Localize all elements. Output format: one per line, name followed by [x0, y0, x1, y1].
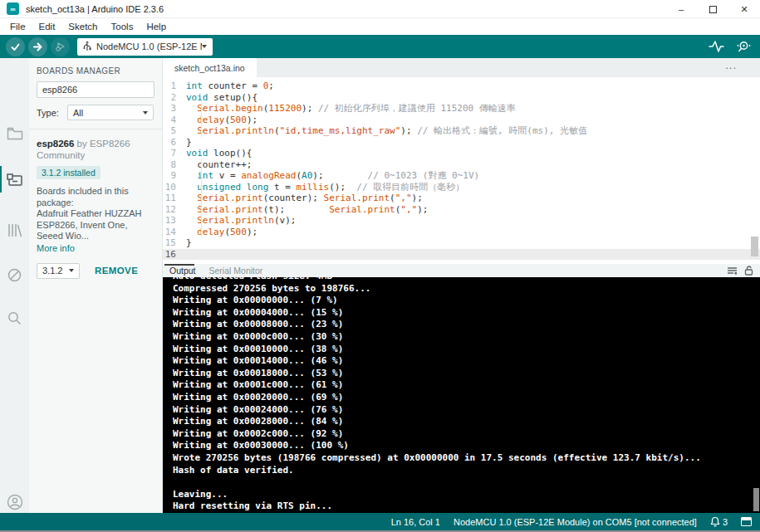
editor-scrollbar[interactable] — [751, 237, 758, 256]
more-info-link[interactable]: More info — [37, 243, 154, 253]
code-line-3[interactable]: 3 Serial.begin(115200); // 初始化序列埠，建議使用 1… — [163, 103, 760, 115]
close-button[interactable]: ✕ — [728, 0, 760, 18]
code-line-9[interactable]: 9 int v = analogRead(A0); // 0~1023 (對應 … — [163, 170, 760, 182]
menu-tools[interactable]: Tools — [105, 20, 140, 33]
board-icon — [7, 173, 23, 187]
code-line-6[interactable]: 6} — [163, 137, 760, 149]
board-description: Boards included in this package: Adafrui… — [37, 186, 154, 242]
sidebar-item-library-manager[interactable] — [0, 217, 29, 242]
sidebar-item-boards-manager[interactable] — [0, 168, 29, 193]
account-icon — [7, 494, 23, 510]
folder-icon — [7, 127, 23, 140]
code-line-15[interactable]: 15} — [163, 237, 760, 249]
notification-count: 3 — [723, 517, 728, 527]
output-console[interactable]: Auto-detected Flash size: 4MB Compressed… — [163, 277, 760, 513]
indent-guide — [201, 103, 202, 137]
maximize-button[interactable] — [697, 0, 728, 18]
board-selector-dropdown[interactable]: NodeMCU 1.0 (ESP-12E M... — [77, 38, 213, 56]
menu-help[interactable]: Help — [140, 20, 173, 33]
chevron-down-icon — [202, 45, 207, 48]
code-line-12[interactable]: 12 Serial.print(t); Serial.print(","); — [163, 204, 760, 216]
board-card-title: esp8266 by ESP8266Community — [37, 138, 154, 161]
type-dropdown[interactable]: All — [67, 105, 154, 120]
panel-title: BOARDS MANAGER — [37, 66, 162, 76]
code-line-4[interactable]: 4 delay(500); — [163, 115, 760, 126]
board-author-2: Community — [37, 150, 85, 160]
search-icon — [7, 311, 22, 325]
board-description-line: Boards included in this package: — [37, 186, 154, 208]
autoscroll-lock-icon[interactable] — [744, 266, 753, 276]
tab-sketch[interactable]: sketch_oct13a.ino — [163, 58, 257, 77]
menu-edit[interactable]: Edit — [32, 20, 62, 33]
code-line-14[interactable]: 14 delay(500); — [163, 227, 760, 238]
upload-button[interactable] — [28, 37, 47, 56]
verify-button[interactable] — [6, 37, 25, 56]
serial-plotter-icon[interactable] — [709, 40, 724, 53]
editor-overflow-menu[interactable]: ... — [725, 59, 737, 71]
cursor-position[interactable]: Ln 16, Col 1 — [391, 517, 440, 527]
sidebar-item-debug[interactable] — [0, 262, 29, 287]
boards-search-input[interactable] — [37, 81, 154, 98]
version-dropdown[interactable]: 3.1.2 — [37, 263, 80, 279]
board-card-esp8266: esp8266 by ESP8266Community 3.1.2 instal… — [29, 129, 162, 279]
window-title: sketch_oct13a | Arduino IDE 2.3.6 — [26, 4, 164, 14]
code-line-1[interactable]: 1int counter = 0; — [163, 81, 760, 92]
menu-sketch[interactable]: Sketch — [61, 20, 104, 33]
code-line-8[interactable]: 8 counter++; — [163, 159, 760, 171]
circle-slash-icon — [7, 268, 22, 282]
chevron-down-icon — [143, 111, 148, 115]
chevron-down-icon — [69, 269, 74, 272]
output-panel-header: Output Serial Monitor — [163, 264, 760, 277]
code-line-10[interactable]: 10 unsigned long t = millis(); // 取得目前時間… — [163, 182, 760, 193]
code-line-5[interactable]: 5 Serial.println("id,time_ms,light_raw")… — [163, 125, 760, 137]
code-area[interactable]: 1int counter = 0;2void setup(){3 Serial.… — [163, 77, 760, 264]
maximize-icon — [709, 6, 717, 13]
panel-toggle-icon[interactable] — [741, 517, 752, 526]
usb-icon — [83, 41, 91, 52]
arrow-right-icon — [32, 41, 43, 52]
sidebar-item-search[interactable] — [0, 305, 29, 330]
sidebar-item-sketchbook[interactable] — [0, 121, 29, 146]
tab-serial-monitor[interactable]: Serial Monitor — [203, 264, 270, 277]
code-editor: sketch_oct13a.ino ... 1int counter = 0;2… — [163, 58, 760, 264]
board-description-line: ESP8266, Invent One, Seeed Wio... — [37, 220, 154, 242]
console-text: Auto-detected Flash size: 4MB Compressed… — [163, 277, 760, 513]
code-line-11[interactable]: 11 Serial.print(counter); Serial.print("… — [163, 193, 760, 204]
board-name: esp8266 — [37, 139, 74, 149]
version-dropdown-value: 3.1.2 — [42, 266, 62, 276]
menu-bar: File Edit Sketch Tools Help — [0, 18, 760, 35]
bell-icon — [710, 516, 720, 527]
minimize-button[interactable]: – — [665, 0, 697, 18]
arduino-ide-window: ∞ sketch_oct13a | Arduino IDE 2.3.6 – ✕ … — [0, 0, 760, 532]
remove-button[interactable]: REMOVE — [95, 266, 138, 276]
type-dropdown-value: All — [73, 108, 83, 118]
code-line-13[interactable]: 13 Serial.println(v); — [163, 215, 760, 227]
board-author: by ESP8266 — [74, 139, 130, 149]
arduino-logo-icon: ∞ — [7, 2, 19, 15]
indent-guide — [201, 159, 202, 238]
notifications-button[interactable]: 3 — [710, 516, 728, 527]
tab-output[interactable]: Output — [163, 264, 203, 277]
title-bar: ∞ sketch_oct13a | Arduino IDE 2.3.6 – ✕ — [0, 0, 760, 18]
check-icon — [10, 41, 21, 52]
sidebar-item-account[interactable] — [0, 490, 29, 515]
activity-bar — [0, 58, 29, 513]
board-selector-value: NodeMCU 1.0 (ESP-12E M... — [96, 41, 202, 51]
menu-file[interactable]: File — [3, 20, 32, 33]
boards-manager-panel: BOARDS MANAGER Type: All esp8266 by ESP8… — [29, 58, 163, 513]
status-bar: Ln 16, Col 1 NodeMCU 1.0 (ESP-12E Module… — [0, 513, 760, 530]
editor-tab-bar: sketch_oct13a.ino ... — [163, 58, 760, 77]
code-line-7[interactable]: 7void loop(){ — [163, 148, 760, 159]
code-line-2[interactable]: 2void setup(){ — [163, 92, 760, 104]
clear-output-icon[interactable] — [727, 266, 738, 276]
books-icon — [7, 223, 22, 237]
debug-button[interactable] — [51, 37, 70, 56]
installed-badge: 3.1.2 installed — [37, 166, 101, 179]
board-description-line: Adafruit Feather HUZZAH — [37, 208, 154, 220]
serial-monitor-icon[interactable] — [736, 40, 752, 53]
console-scrollbar[interactable] — [753, 488, 759, 511]
board-port-status[interactable]: NodeMCU 1.0 (ESP-12E Module) on COM5 [no… — [454, 517, 697, 527]
type-label: Type: — [37, 108, 59, 118]
bug-play-icon — [55, 41, 66, 52]
code-line-16[interactable]: 16 — [163, 249, 760, 261]
